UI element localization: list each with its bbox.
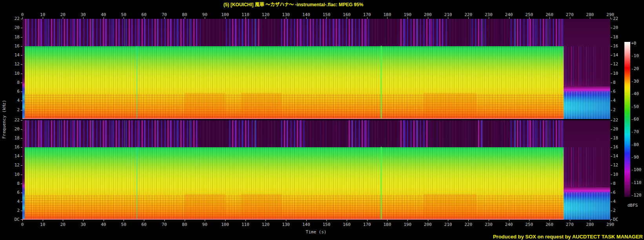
freq-dc-label-left: DC xyxy=(6,217,20,222)
freq-tick-label-left: 16 xyxy=(6,43,20,49)
low-frequency-hot-patch xyxy=(185,93,225,116)
time-tick-top xyxy=(570,17,570,19)
hf-dark-patch xyxy=(258,120,280,147)
hf-dark-patch xyxy=(483,120,509,147)
time-tick-label-top: 230 xyxy=(482,12,495,17)
time-tick-label-top: 110 xyxy=(239,12,252,17)
time-tick-label-bottom: 80 xyxy=(178,222,191,227)
time-tick-label-top: 240 xyxy=(502,12,516,17)
freq-tick-label-right: 10 xyxy=(613,172,626,177)
time-tick-label-bottom: 180 xyxy=(380,222,394,227)
time-tick-label-bottom: 70 xyxy=(158,222,171,227)
freq-tick-right xyxy=(611,120,612,121)
time-tick-top xyxy=(387,17,387,19)
time-tick-label-bottom: 170 xyxy=(360,222,374,227)
freq-tick-right xyxy=(611,46,612,47)
time-tick-label-bottom: 250 xyxy=(522,222,536,227)
freq-tick-label-left: 14 xyxy=(6,153,20,159)
freq-tick-right xyxy=(611,83,612,83)
time-tick-label-top: 50 xyxy=(117,12,130,17)
freq-tick-label-right: 8 xyxy=(613,80,626,85)
time-tick-top xyxy=(83,17,84,19)
time-tick-bottom xyxy=(529,220,529,221)
hf-dark-patch xyxy=(200,19,225,46)
time-tick-top xyxy=(468,17,469,19)
time-tick-label-top: 250 xyxy=(522,12,536,17)
freq-tick-label-left: 12 xyxy=(6,61,20,67)
freq-tick-right xyxy=(611,147,612,148)
time-tick-bottom xyxy=(286,220,286,221)
legend-tick-label: +0 xyxy=(631,41,644,46)
freq-tick-label-left: 2 xyxy=(6,107,20,112)
freq-tick-label-left: 18 xyxy=(6,135,20,141)
time-tick-top xyxy=(448,17,448,19)
time-tick-bottom xyxy=(570,220,570,221)
time-tick-bottom xyxy=(610,220,611,221)
time-tick-top xyxy=(549,17,550,19)
freq-tick-left xyxy=(21,120,22,121)
freq-tick-label-right: 20 xyxy=(613,126,626,132)
time-axis-label: Time (s) xyxy=(306,229,327,235)
freq-tick-label-left: 8 xyxy=(6,80,20,85)
freq-tick-label-right: 6 xyxy=(613,89,626,94)
time-tick-top xyxy=(367,17,367,19)
time-tick-label-bottom: 240 xyxy=(502,222,516,227)
time-tick-bottom xyxy=(22,220,23,221)
freq-tick-label-left: 10 xyxy=(6,172,20,177)
freq-dc-tick-left xyxy=(21,219,22,220)
intro-fade-column xyxy=(22,120,25,220)
time-tick-bottom xyxy=(590,220,590,221)
legend-tick-label: -120 xyxy=(631,193,644,198)
freq-tick-label-left: 4 xyxy=(6,199,20,204)
time-tick-bottom xyxy=(144,220,144,221)
freq-tick-left xyxy=(21,101,22,101)
time-tick-label-top: 10 xyxy=(36,12,49,17)
time-tick-label-bottom: 60 xyxy=(137,222,151,227)
time-tick-label-bottom: 130 xyxy=(279,222,293,227)
time-tick-bottom xyxy=(43,220,43,221)
time-tick-label-top: 260 xyxy=(543,12,556,17)
spectrogram-channel-left xyxy=(22,19,610,119)
time-tick-bottom xyxy=(408,220,408,221)
freq-tick-label-left: 6 xyxy=(6,190,20,195)
hf-dark-patch xyxy=(369,19,400,46)
freq-tick-label-right: 4 xyxy=(613,199,626,204)
time-tick-top xyxy=(104,17,104,19)
spectrogram-channel-right xyxy=(22,120,610,220)
time-tick-bottom xyxy=(185,220,185,221)
time-tick-bottom xyxy=(367,220,367,221)
freq-dc-label-right: DC xyxy=(613,217,626,222)
time-tick-label-bottom: 160 xyxy=(340,222,353,227)
time-tick-label-bottom: 140 xyxy=(300,222,313,227)
freq-tick-right xyxy=(611,202,612,202)
time-tick-bottom xyxy=(448,220,448,221)
freq-tick-left xyxy=(21,211,22,211)
sox-spectrogram-image: (5) [KOUICHI] 風華 ～カザハナ～ -instrumental-.f… xyxy=(0,0,644,240)
hf-dark-patch xyxy=(369,120,400,147)
time-tick-label-bottom: 120 xyxy=(259,222,272,227)
time-tick-top xyxy=(286,17,286,19)
time-tick-label-bottom: 190 xyxy=(401,222,414,227)
freq-tick-label-right: 20 xyxy=(613,25,626,30)
freq-tick-label-right: 16 xyxy=(613,144,626,150)
legend-tick-label: -90 xyxy=(631,155,644,160)
time-tick-label-bottom: 210 xyxy=(441,222,455,227)
freq-tick-right xyxy=(611,28,612,28)
time-tick-bottom xyxy=(549,220,550,221)
low-frequency-texture xyxy=(22,195,564,220)
time-tick-bottom xyxy=(225,220,226,221)
time-tick-label-top: 160 xyxy=(340,12,353,17)
freq-tick-right xyxy=(611,110,612,110)
freq-tick-left xyxy=(21,74,22,74)
legend-tick-label: -40 xyxy=(631,91,644,96)
time-tick-bottom xyxy=(387,220,387,221)
hf-dark-patch xyxy=(448,19,470,46)
freq-tick-left xyxy=(21,156,22,157)
time-tick-bottom xyxy=(489,220,489,221)
legend-tick-label: -20 xyxy=(631,66,644,71)
time-tick-label-bottom: 110 xyxy=(239,222,252,227)
freq-tick-left xyxy=(21,55,22,56)
time-tick-label-bottom: 100 xyxy=(218,222,232,227)
freq-tick-label-left: 20 xyxy=(6,126,20,132)
freq-tick-right xyxy=(611,101,612,101)
